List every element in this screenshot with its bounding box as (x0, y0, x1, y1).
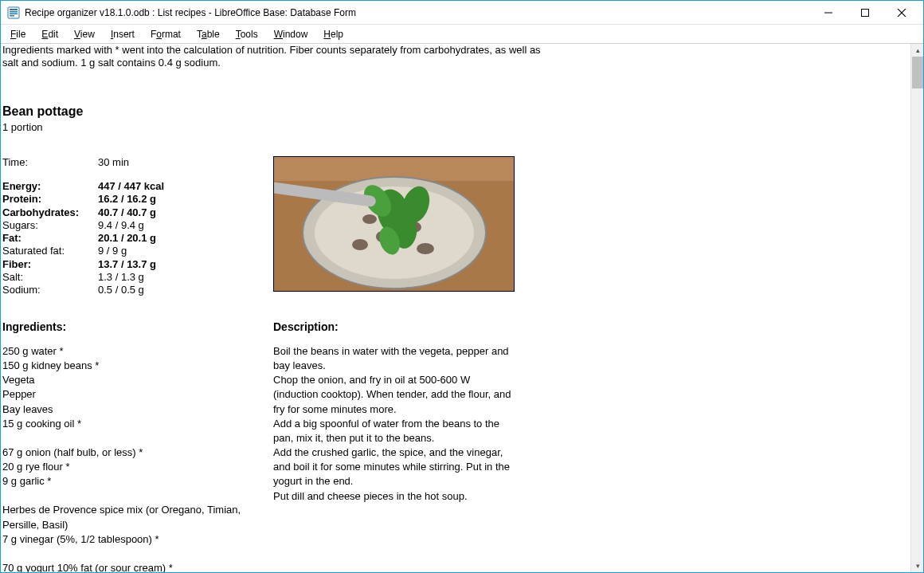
nutrition-label: Saturated fat: (2, 245, 98, 257)
description-paragraph: Add the crushed garlic, the spice, and t… (273, 445, 512, 489)
nutrition-value: 13.7 / 13.7 g (98, 258, 164, 271)
ingredient-line: Pepper (2, 387, 273, 402)
nutrition-table: Time: 30 min Energy:447 / 447 kcalProtei… (2, 156, 164, 297)
menu-help[interactable]: Help (317, 27, 350, 41)
nutrition-label: Salt: (2, 271, 98, 284)
time-label: Time: (2, 156, 98, 169)
nutrition-value: 16.2 / 16.2 g (98, 193, 164, 206)
close-button[interactable] (883, 1, 920, 25)
nutrition-value: 0.5 / 0.5 g (98, 284, 164, 296)
nutrition-value: 20.1 / 20.1 g (98, 232, 164, 245)
nutrition-label: Sodium: (2, 284, 98, 296)
nutrition-value: 9.4 / 9.4 g (98, 219, 164, 232)
ingredient-line: 20 g rye flour * (2, 460, 273, 474)
menu-bar: File Edit View Insert Format Table Tools… (1, 25, 923, 44)
recipe-image (273, 156, 515, 292)
svg-point-16 (417, 243, 434, 254)
maximize-button[interactable] (847, 1, 883, 25)
svg-rect-6 (862, 9, 869, 16)
title-bar: Recipe organizer v18.1.0.odb : List reci… (1, 1, 923, 25)
nutrition-label: Carbohydrates: (2, 206, 98, 219)
vertical-scrollbar[interactable]: ▴ ▾ (910, 44, 923, 572)
window-controls (810, 1, 920, 25)
description-text: Boil the beans in water with the vegeta,… (273, 344, 512, 572)
menu-window[interactable]: Window (268, 27, 315, 41)
svg-rect-3 (10, 13, 18, 14)
time-value: 30 min (98, 156, 164, 169)
ingredient-line: 7 g vinegar (5%, 1/2 tablespoon) * (2, 532, 273, 547)
ingredient-line: 250 g water * (2, 344, 273, 359)
nutrition-label: Fiber: (2, 258, 98, 271)
svg-point-17 (352, 239, 368, 250)
ingredients-list: 250 g water *150 g kidney beans *VegetaP… (2, 344, 273, 572)
menu-tools[interactable]: Tools (229, 27, 264, 41)
description-heading: Description: (273, 320, 339, 335)
ingredient-line: Vegeta (2, 373, 273, 387)
ingredient-line: 9 g garlic * (2, 474, 273, 489)
form-content: Ingredients marked with * went into the … (1, 44, 910, 572)
svg-rect-2 (10, 11, 18, 13)
nutrition-label: Fat: (2, 232, 98, 245)
ingredients-heading: Ingredients: (2, 320, 273, 335)
scroll-thumb[interactable] (912, 57, 923, 88)
svg-rect-1 (10, 9, 18, 10)
minimize-button[interactable] (810, 1, 847, 25)
ingredient-line: 70 g yogurt 10% fat (or sour cream) * (2, 561, 273, 572)
ingredient-line: 150 g kidney beans * (2, 359, 273, 373)
nutrition-label: Energy: (2, 180, 98, 193)
description-paragraph: Chop the onion, and fry in oil at 500-60… (273, 373, 512, 417)
nutrition-label: Protein: (2, 193, 98, 206)
description-paragraph: Put dill and cheese pieces in the hot so… (273, 489, 512, 504)
ingredient-line: 15 g cooking oil * (2, 417, 273, 431)
recipe-portion: 1 portion (2, 121, 909, 134)
menu-insert[interactable]: Insert (104, 27, 141, 41)
scroll-down-arrow[interactable]: ▾ (911, 559, 923, 572)
ingredient-line: Bay leaves (2, 402, 273, 417)
description-paragraph: Boil the beans in water with the vegeta,… (273, 344, 512, 373)
menu-file[interactable]: File (4, 27, 32, 41)
recipe-title: Bean pottage (2, 104, 909, 120)
nutrition-value: 9 / 9 g (98, 245, 164, 257)
nutrition-value: 447 / 447 kcal (98, 180, 164, 193)
menu-table[interactable]: Table (190, 27, 226, 41)
scroll-up-arrow[interactable]: ▴ (911, 44, 923, 57)
note-line-1: Ingredients marked with * went into the … (2, 44, 909, 57)
svg-point-15 (362, 214, 377, 224)
nutrition-label: Sugars: (2, 219, 98, 232)
ingredient-note: Ingredients marked with * went into the … (1, 44, 910, 70)
window-title: Recipe organizer v18.1.0.odb : List reci… (25, 7, 356, 18)
svg-rect-4 (10, 15, 14, 17)
menu-view[interactable]: View (68, 27, 101, 41)
note-line-2: salt and sodium. 1 g salt contains 0.4 g… (2, 57, 909, 69)
nutrition-value: 1.3 / 1.3 g (98, 271, 164, 284)
menu-format[interactable]: Format (144, 27, 187, 41)
description-paragraph: Add a big spoonful of water from the bea… (273, 417, 512, 445)
ingredient-line: 67 g onion (half bulb, or less) * (2, 445, 273, 460)
ingredient-line: Herbes de Provence spice mix (or Oregano… (2, 503, 273, 532)
nutrition-value: 40.7 / 40.7 g (98, 206, 164, 219)
menu-edit[interactable]: Edit (35, 27, 65, 41)
app-icon (7, 6, 20, 19)
